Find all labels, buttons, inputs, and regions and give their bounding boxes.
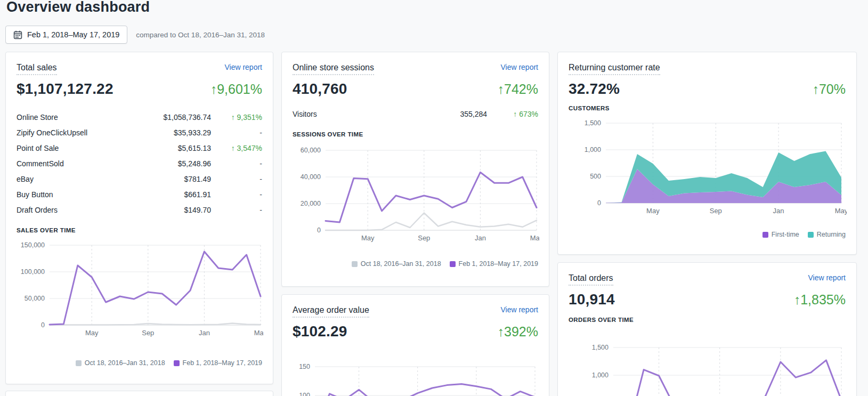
dashboard-page: Overview dashboard Feb 1, 2018–May 17, 2… — [0, 0, 868, 396]
table-row: Draft Orders$149.70- — [17, 202, 262, 217]
legend-swatch — [808, 232, 814, 238]
svg-text:150: 150 — [299, 363, 310, 370]
svg-text:May: May — [835, 207, 847, 215]
card-total-orders: Total orders View report 10,914 ↑1,835% … — [557, 262, 857, 396]
legend-label: Returning — [817, 231, 846, 238]
returning-rate-value: 32.72% — [569, 80, 620, 98]
row-label[interactable]: CommentSold — [17, 159, 178, 168]
sales-breakdown-table: Online Store$1,058,736.74↑ 9,351%Zipify … — [17, 109, 262, 217]
table-row: eBay$781.49- — [17, 171, 262, 187]
row-value: $781.49 — [184, 175, 211, 183]
metric-row: $102.29 ↑392% — [293, 323, 538, 340]
legend-item: Returning — [808, 231, 846, 238]
view-report-link[interactable]: View report — [224, 63, 262, 71]
returning-rate-delta: ↑70% — [812, 82, 846, 97]
section-label: SALES OVER TIME — [17, 227, 262, 233]
table-row: Buy Button$661.91- — [17, 187, 262, 202]
row-label[interactable]: Zipify OneClickUpsell — [17, 128, 174, 137]
card-header: Total orders View report — [569, 273, 846, 286]
svg-text:May: May — [530, 234, 539, 242]
aov-over-time-chart[interactable]: 050100150MaySepJanMay — [293, 352, 538, 396]
legend-item: Feb 1, 2018–May 17, 2019 — [174, 359, 262, 367]
row-value: $1,058,736.74 — [163, 113, 211, 122]
card-title-orders[interactable]: Total orders — [569, 273, 613, 286]
view-report-link[interactable]: View report — [500, 305, 538, 314]
row-delta: ↑ 673% — [487, 110, 538, 118]
card-title-total-sales[interactable]: Total sales — [17, 63, 57, 75]
visitors-row: Visitors355,284↑ 673% — [293, 106, 538, 122]
page-title: Overview dashboard — [6, 0, 150, 15]
row-delta: - — [211, 190, 262, 199]
orders-value: 10,914 — [569, 291, 615, 308]
svg-text:50,000: 50,000 — [25, 295, 45, 302]
row-value: $35,933.29 — [174, 128, 211, 137]
orders-over-time-chart[interactable]: 05001,0001,500MaySepJanMay — [569, 324, 846, 396]
row-delta: - — [211, 206, 262, 214]
row-label[interactable]: Buy Button — [17, 190, 184, 199]
svg-text:May: May — [361, 234, 375, 242]
metric-row: 410,760 ↑742% — [293, 80, 538, 98]
svg-text:100,000: 100,000 — [21, 268, 45, 276]
row-label[interactable]: Online Store — [17, 113, 163, 122]
legend-item: Oct 18, 2016–Jan 31, 2018 — [76, 359, 165, 367]
row-value: $5,615.13 — [178, 144, 211, 152]
customers-chart[interactable]: 05001,0001,500MaySepJanMay — [569, 115, 846, 223]
row-label[interactable]: Draft Orders — [17, 206, 184, 214]
card-returning-customer-rate: Returning customer rate 32.72% ↑70% CUST… — [557, 52, 857, 255]
date-range-button[interactable]: Feb 1, 2018–May 17, 2019 — [5, 26, 127, 44]
svg-text:May: May — [85, 329, 99, 337]
date-range-label: Feb 1, 2018–May 17, 2019 — [27, 30, 119, 39]
legend-item: First-time — [762, 231, 799, 238]
card-header: Total sales View report — [17, 63, 262, 75]
chart-legend: First-timeReturning — [569, 231, 846, 238]
row-delta: - — [211, 175, 262, 183]
table-row: Visitors355,284↑ 673% — [293, 106, 538, 122]
svg-text:Jan: Jan — [475, 234, 486, 242]
total-sales-delta: ↑9,601% — [210, 82, 262, 97]
row-label[interactable]: Point of Sale — [17, 144, 178, 152]
svg-text:0: 0 — [41, 321, 45, 329]
chart-legend: Oct 18, 2016–Jan 31, 2018Feb 1, 2018–May… — [293, 260, 538, 268]
svg-text:40,000: 40,000 — [301, 173, 321, 181]
table-row: Zipify OneClickUpsell$35,933.29- — [17, 125, 262, 140]
sessions-over-time-chart[interactable]: 020,00040,00060,000MaySepJanMay — [293, 141, 538, 249]
card-header: Average order value View report — [293, 305, 538, 318]
svg-text:150,000: 150,000 — [21, 241, 45, 249]
metric-row: 32.72% ↑70% — [569, 80, 846, 98]
row-value: 355,284 — [460, 110, 487, 118]
section-label: CUSTOMERS — [569, 105, 846, 111]
legend-item: Oct 18, 2016–Jan 31, 2018 — [352, 260, 441, 268]
legend-swatch — [450, 261, 456, 267]
legend-label: Feb 1, 2018–May 17, 2019 — [459, 260, 538, 268]
row-delta: - — [211, 128, 262, 137]
svg-text:Jan: Jan — [773, 207, 784, 215]
metric-row: 10,914 ↑1,835% — [569, 291, 846, 308]
svg-text:20,000: 20,000 — [301, 200, 321, 207]
row-label[interactable]: eBay — [17, 175, 184, 183]
card-total-sales: Total sales View report $1,107,127.22 ↑9… — [5, 52, 273, 384]
card-title-returning[interactable]: Returning customer rate — [569, 63, 660, 75]
card-online-store-sessions: Online store sessions View report 410,76… — [281, 52, 549, 287]
row-label[interactable]: Visitors — [293, 110, 460, 118]
next-card-sliver — [5, 391, 273, 396]
legend-item: Feb 1, 2018–May 17, 2019 — [450, 260, 538, 268]
card-title-aov[interactable]: Average order value — [293, 305, 369, 318]
legend-swatch — [762, 232, 768, 238]
card-title-sessions[interactable]: Online store sessions — [293, 63, 374, 75]
svg-text:1,000: 1,000 — [592, 371, 609, 379]
sales-over-time-chart[interactable]: 050,000100,000150,000MaySepJanMay — [17, 237, 262, 345]
table-row: Online Store$1,058,736.74↑ 9,351% — [17, 109, 262, 125]
row-delta: - — [211, 159, 262, 168]
sessions-delta: ↑742% — [498, 82, 538, 97]
view-report-link[interactable]: View report — [500, 63, 538, 71]
svg-text:0: 0 — [597, 199, 601, 207]
comparison-period-label: compared to Oct 18, 2016–Jan 31, 2018 — [136, 31, 265, 39]
svg-text:60,000: 60,000 — [301, 147, 321, 154]
aov-delta: ↑392% — [498, 324, 538, 340]
view-report-link[interactable]: View report — [808, 273, 846, 282]
toolbar: Feb 1, 2018–May 17, 2019 compared to Oct… — [5, 26, 265, 44]
svg-text:1,500: 1,500 — [585, 119, 601, 127]
card-average-order-value: Average order value View report $102.29 … — [281, 294, 549, 396]
svg-text:1,000: 1,000 — [585, 146, 601, 153]
sessions-value: 410,760 — [293, 80, 347, 98]
